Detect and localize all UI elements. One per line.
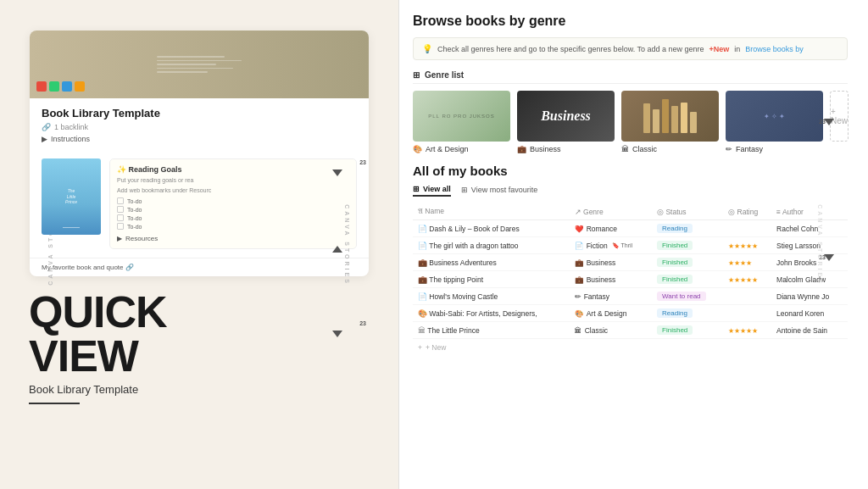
genre-card-fantasy[interactable]: ✦ ✧ ✦ ✏ Fantasy xyxy=(726,91,823,153)
card-instructions: ▶ Instructions xyxy=(42,135,357,143)
triangle-down-left-1 xyxy=(332,169,342,176)
tab-view-all[interactable]: ⊞ View all xyxy=(413,185,451,197)
book-author-1: Rachel Cohn xyxy=(771,220,848,237)
classic-icon-7: 🏛 xyxy=(575,326,582,335)
little-prince-cover: TheLittlePrince xyxy=(42,158,101,235)
quote-text: My favorite book and quote 🔗 xyxy=(42,264,357,271)
status-badge-1: Reading xyxy=(657,224,693,233)
status-badge-3: Finished xyxy=(657,258,693,267)
card-main-content: TheLittlePrince ✨ Reading Goals Put your… xyxy=(30,152,369,258)
info-link-new[interactable]: +New xyxy=(709,45,730,53)
info-bar: 💡 Check all genres here and go to the sp… xyxy=(413,37,848,60)
table-row: 📄 Dash & Lily – Book of Dares ❤️ Romance… xyxy=(413,220,848,237)
genre-card-art[interactable]: PLL RO PRO JUKSOS 🎨 Art & Design xyxy=(413,91,510,153)
genre-tag-3: 💼 Business xyxy=(575,258,647,267)
classic-books-visual xyxy=(639,95,701,137)
fantasy-label-text: Fantasy xyxy=(736,145,763,153)
add-new-row[interactable]: + + New xyxy=(413,339,848,356)
brand-dot-yellow xyxy=(75,81,85,92)
book-genre-7: 🏛 Classic xyxy=(570,322,652,339)
book-genre-3: 💼 Business xyxy=(570,254,652,271)
doc-icon-2: 📄 xyxy=(418,242,427,250)
book-preview-card: Book Library Template 🔗 1 backlink ▶ Ins… xyxy=(30,31,369,276)
book-status-7: Finished xyxy=(652,322,723,339)
art-icon-6: 🎨 xyxy=(575,309,584,318)
th-name: 𝔄 Name xyxy=(413,203,570,220)
tab-view-all-label: View all xyxy=(423,185,451,193)
card-quote-section: My favorite book and quote 🔗 xyxy=(30,258,369,276)
book-author-7: Antoine de Sain xyxy=(771,322,848,339)
info-link-browse[interactable]: Browse books by xyxy=(745,45,804,53)
genre-art-overlay: PLL RO PRO JUKSOS xyxy=(428,114,494,119)
instructions-label: Instructions xyxy=(51,135,90,143)
genre-card-label-fantasy: ✏ Fantasy xyxy=(726,145,823,153)
todo-checkbox-2[interactable] xyxy=(117,206,124,213)
book-genre-2: 📄 Fiction 🔖 Thril xyxy=(570,237,652,254)
doc-icon-5: 📄 xyxy=(418,292,427,301)
grid-icon-tab: ⊞ xyxy=(413,185,420,193)
book-author-6: Leonard Koren xyxy=(771,305,848,322)
book-status-6: Reading xyxy=(652,305,723,322)
todo-checkbox-4[interactable] xyxy=(117,223,124,230)
todo-checkbox-3[interactable] xyxy=(117,214,124,221)
fantasy-emoji: ✏ xyxy=(726,145,732,153)
biz-label-text: Business xyxy=(530,145,561,153)
stars-4: ★★★★★ xyxy=(728,276,758,284)
status-badge-6: Reading xyxy=(657,308,693,318)
genre-card-img-business: Business xyxy=(517,91,615,142)
status-badge-7: Finished xyxy=(657,325,693,335)
status-badge-2: Finished xyxy=(657,241,693,250)
book-author-5: Diana Wynne Jo xyxy=(771,288,848,305)
status-badge-5: Want to read xyxy=(657,292,706,301)
fantasy-text: ✦ ✧ ✦ xyxy=(764,113,785,120)
book-name-7: 🏛 The Little Prince xyxy=(413,322,570,339)
doc-icon-4: 💼 xyxy=(418,275,427,284)
add-new-label: + New xyxy=(426,343,446,352)
th-author: ≡ Author xyxy=(771,203,848,220)
book-name-5: 📄 Howl's Moving Castle xyxy=(413,288,570,305)
card-backlink: 🔗 1 backlink xyxy=(42,123,357,131)
genre-cards-row: PLL RO PRO JUKSOS 🎨 Art & Design Busines… xyxy=(413,91,848,153)
goals-add-text: Add web bookmarks under Resourc xyxy=(117,187,349,193)
books-table-head: 𝔄 Name ↗ Genre ◎ Status ◎ Rating ≡ Autho… xyxy=(413,203,848,220)
book-status-3: Finished xyxy=(652,254,723,271)
stars-3: ★★★★ xyxy=(728,259,752,267)
resources-item[interactable]: ▶ Resources xyxy=(117,235,349,242)
biz-emoji: 💼 xyxy=(517,145,526,153)
book-name-3: 💼 Business Adventures xyxy=(413,254,570,271)
book-name-2: 📄 The girl with a dragon tattoo xyxy=(413,237,570,254)
table-row: 📄 Howl's Moving Castle ✏ Fantasy Want to… xyxy=(413,288,848,305)
tab-view-favourite[interactable]: ⊞ View most favourite xyxy=(461,186,537,196)
genre-card-classic[interactable]: 🏛 Classic xyxy=(621,91,719,153)
canva-stories-label-right-left: CANVA STORIES xyxy=(345,204,351,286)
book-author-4: Malcolm Gladw xyxy=(771,271,848,288)
backlink-icon: 🔗 xyxy=(42,123,51,131)
backlink-count: 1 backlink xyxy=(54,123,88,131)
genre-tag-7: 🏛 Classic xyxy=(575,326,647,335)
book-status-1: Reading xyxy=(652,220,723,237)
right-content: Browse books by genre 💡 Check all genres… xyxy=(399,0,868,489)
fantasy-icon-5: ✏ xyxy=(575,292,581,301)
book-hero-image xyxy=(30,31,369,98)
todo-item-1: To-do xyxy=(117,197,349,204)
genre-card-business[interactable]: Business 💼 Business xyxy=(517,91,615,153)
genre-list-title: Genre list xyxy=(425,70,464,80)
genre-art-bg: PLL RO PRO JUKSOS xyxy=(413,91,510,142)
reading-goals-card: ✨ Reading Goals Put your reading goals o… xyxy=(109,158,357,249)
romance-icon: ❤️ xyxy=(575,225,584,233)
classic-emoji: 🏛 xyxy=(621,145,629,153)
quick-view-section: QUICKVIEW Book Library Template xyxy=(25,290,373,404)
grid-icon: ⊞ xyxy=(413,70,420,80)
quick-view-divider xyxy=(29,403,80,404)
th-genre: ↗ Genre xyxy=(570,203,652,220)
table-row: 🎨 Wabi-Sabi: For Artists, Designers, 🎨 A… xyxy=(413,305,848,322)
genre-new-button[interactable]: + New xyxy=(830,91,849,142)
doc-icon-1: 📄 xyxy=(418,225,427,233)
resources-label: Resources xyxy=(125,235,158,242)
book-genre-1: ❤️ Romance xyxy=(570,220,652,237)
todo-checkbox-1[interactable] xyxy=(117,197,124,204)
book-name-4: 💼 The tipping Point xyxy=(413,271,570,288)
fiction-icon: 📄 xyxy=(575,242,584,250)
brand-dots xyxy=(36,81,85,92)
genre-card-label-business: 💼 Business xyxy=(517,145,615,153)
